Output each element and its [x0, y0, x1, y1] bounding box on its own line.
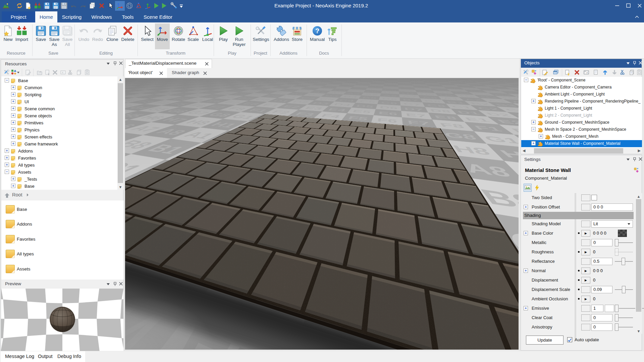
svg-text:?: ?	[315, 27, 319, 35]
svg-text:X: X	[62, 71, 64, 74]
svg-text:X: X	[586, 71, 588, 74]
